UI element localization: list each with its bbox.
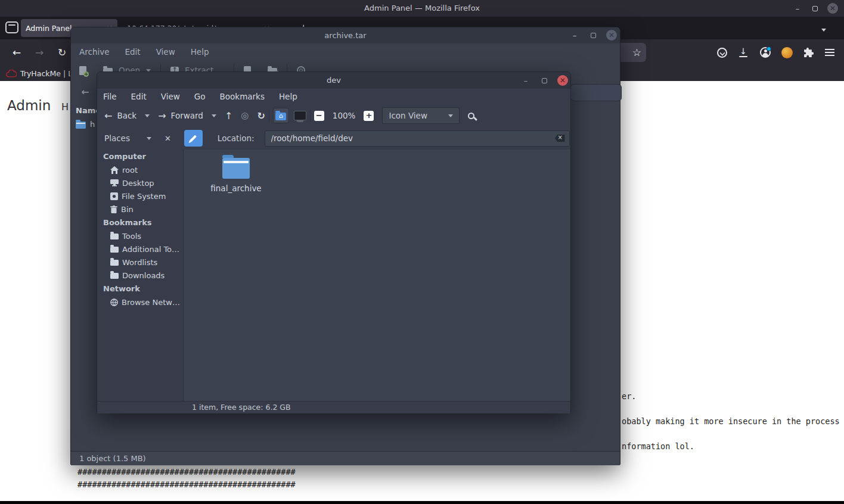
back-button[interactable]: ← bbox=[7, 43, 26, 62]
dev-location-row: Places ✕ Location: bbox=[97, 127, 570, 150]
menu-file[interactable]: File bbox=[103, 92, 117, 101]
firefox-minimize-button[interactable]: – bbox=[790, 1, 805, 16]
sidebar-item-browse-network[interactable]: Browse Netw… bbox=[97, 295, 183, 309]
archive-titlebar[interactable]: archive.tar – ✕ bbox=[71, 27, 620, 43]
sidebar-item-tools[interactable]: Tools bbox=[97, 229, 183, 242]
archive-back-button[interactable]: ← bbox=[77, 85, 94, 100]
menu-view[interactable]: View bbox=[161, 92, 180, 101]
hamburger-icon bbox=[825, 52, 834, 53]
back-arrow-icon[interactable]: ← bbox=[104, 110, 112, 122]
archive-close-button[interactable]: ✕ bbox=[604, 27, 619, 43]
zoom-in-button[interactable]: + bbox=[364, 111, 374, 121]
file-item-final-archive[interactable]: final_archive bbox=[209, 154, 263, 193]
new-archive-icon[interactable]: + bbox=[79, 66, 86, 75]
refresh-button[interactable]: ↻ bbox=[257, 110, 265, 122]
places-sidebar: Computer root Desktop File System Bin bbox=[97, 150, 184, 401]
menu-view[interactable]: View bbox=[156, 47, 175, 57]
sidebar-item-additional-tools[interactable]: Additional To… bbox=[97, 242, 183, 256]
firefox-view-icon[interactable] bbox=[5, 21, 18, 33]
sidebar-item-wordlists[interactable]: Wordlists bbox=[97, 256, 183, 269]
downloads-button[interactable]: ↓ bbox=[734, 44, 752, 61]
folder-icon bbox=[110, 234, 119, 239]
menu-bookmarks[interactable]: Bookmarks bbox=[220, 92, 265, 101]
sidebar-item-downloads[interactable]: Downloads bbox=[97, 269, 183, 282]
forward-history-dropdown-icon[interactable] bbox=[212, 114, 216, 117]
sidebar-item-label: Additional To… bbox=[122, 245, 179, 254]
toolbar-separator bbox=[269, 109, 269, 122]
icon-view[interactable]: final_archive bbox=[184, 150, 570, 401]
page-hash-line: ########################################… bbox=[77, 467, 296, 477]
foxyproxy-icon bbox=[781, 47, 793, 58]
tryhackme-cloud-icon bbox=[6, 70, 17, 77]
sidebar-item-file-system[interactable]: File System bbox=[97, 189, 183, 203]
view-mode-label: Icon View bbox=[389, 111, 448, 120]
chevron-down-icon bbox=[821, 29, 826, 32]
archive-file-name: h bbox=[90, 120, 95, 129]
stop-icon[interactable]: ◎ bbox=[241, 110, 249, 121]
up-button[interactable]: ↑ bbox=[225, 110, 232, 122]
places-dropdown-icon[interactable] bbox=[147, 137, 151, 140]
account-button[interactable] bbox=[756, 44, 774, 61]
archive-statusbar: 1 object (1.5 MB) bbox=[71, 451, 620, 465]
desktop: Admin Panel — Mozilla Firefox – ✕ Admin … bbox=[0, 0, 844, 504]
notification-badge bbox=[767, 46, 771, 51]
dev-minimize-button[interactable]: – bbox=[518, 73, 533, 88]
folder-icon bbox=[110, 273, 119, 279]
edit-path-button[interactable] bbox=[184, 130, 203, 147]
terminal-icon[interactable] bbox=[294, 111, 306, 120]
menu-help[interactable]: Help bbox=[191, 47, 209, 57]
dev-titlebar[interactable]: dev – ✕ bbox=[97, 72, 570, 89]
archive-restore-button[interactable] bbox=[585, 27, 601, 43]
list-all-tabs-button[interactable] bbox=[821, 23, 826, 34]
back-button[interactable]: Back bbox=[117, 111, 136, 120]
sidebar-section-network: Network bbox=[97, 282, 183, 295]
sidebar-item-bin[interactable]: Bin bbox=[97, 203, 183, 216]
sidebar-item-label: Downloads bbox=[122, 271, 165, 280]
sidebar-item-label: root bbox=[122, 166, 138, 175]
places-close-icon[interactable]: ✕ bbox=[165, 134, 171, 143]
menu-button[interactable] bbox=[821, 44, 839, 61]
menu-help[interactable]: Help bbox=[279, 92, 297, 101]
firefox-close-button[interactable]: ✕ bbox=[825, 1, 840, 16]
forward-arrow-icon[interactable]: → bbox=[158, 110, 166, 122]
archive-minimize-button[interactable]: – bbox=[567, 27, 582, 43]
extensions-button[interactable] bbox=[799, 44, 817, 61]
pocket-icon bbox=[717, 48, 727, 58]
archive-location-entry[interactable] bbox=[570, 84, 622, 101]
menu-edit[interactable]: Edit bbox=[125, 47, 141, 57]
menu-archive[interactable]: Archive bbox=[79, 47, 110, 57]
restore-icon bbox=[812, 6, 818, 11]
bookmark-tryhackme[interactable]: TryHackMe | L bbox=[6, 69, 72, 78]
forward-button[interactable]: Forward bbox=[171, 111, 203, 120]
dev-window-title: dev bbox=[97, 72, 570, 89]
menu-go[interactable]: Go bbox=[194, 92, 206, 101]
sidebar-item-desktop[interactable]: Desktop bbox=[97, 176, 183, 189]
location-label: Location: bbox=[218, 133, 255, 143]
sidebar-item-label: Tools bbox=[122, 232, 141, 241]
foxyproxy-extension-button[interactable] bbox=[778, 44, 796, 61]
firefox-restore-button[interactable] bbox=[807, 1, 823, 16]
reload-button[interactable]: ↻ bbox=[52, 43, 72, 62]
forward-button[interactable]: → bbox=[30, 43, 49, 62]
view-mode-dropdown[interactable]: Icon View bbox=[382, 107, 460, 124]
folder-icon bbox=[110, 260, 119, 266]
pocket-button[interactable] bbox=[713, 44, 731, 61]
bookmark-star-icon[interactable]: ☆ bbox=[632, 46, 641, 58]
menu-edit[interactable]: Edit bbox=[131, 92, 147, 101]
sidebar-item-label: Browse Netw… bbox=[122, 298, 180, 307]
search-icon[interactable] bbox=[468, 113, 474, 119]
sidebar-item-root[interactable]: root bbox=[97, 163, 183, 176]
trash-icon bbox=[110, 206, 117, 213]
network-icon bbox=[110, 298, 118, 306]
desktop-icon bbox=[110, 179, 119, 186]
zoom-out-button[interactable]: − bbox=[314, 111, 324, 121]
places-panel-selector[interactable]: Places bbox=[104, 133, 130, 143]
back-history-dropdown-icon[interactable] bbox=[145, 114, 150, 117]
dev-close-button[interactable]: ✕ bbox=[555, 73, 570, 88]
sidebar-item-label: File System bbox=[122, 192, 166, 201]
dev-restore-button[interactable] bbox=[536, 73, 552, 88]
location-input[interactable] bbox=[265, 130, 570, 147]
page-nav-fragment: H bbox=[61, 101, 69, 113]
archive-file-row[interactable]: h bbox=[76, 120, 95, 129]
home-folder-button[interactable] bbox=[273, 108, 289, 123]
